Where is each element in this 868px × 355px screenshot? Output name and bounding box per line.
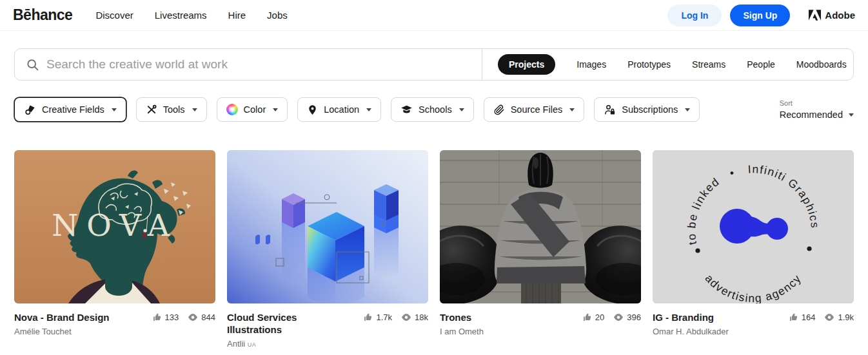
views-icon [824, 313, 834, 321]
tab-images[interactable]: Images [577, 59, 606, 70]
paperclip-icon [493, 104, 505, 115]
tab-projects[interactable]: Projects [498, 54, 555, 75]
chevron-down-icon [685, 108, 690, 111]
filter-color[interactable]: Color [217, 97, 288, 122]
subscription-lock-icon [604, 104, 616, 116]
filter-label: Source Files [511, 104, 563, 115]
project-title[interactable]: Trones [440, 312, 471, 324]
behance-logo[interactable]: Bēhance [13, 6, 72, 24]
tab-prototypes[interactable]: Prototypes [627, 59, 671, 70]
adobe-label: Adobe [825, 10, 855, 21]
adobe-link[interactable]: Adobe [809, 10, 855, 21]
filter-subscriptions[interactable]: Subscriptions [594, 97, 700, 122]
views-icon [188, 313, 198, 321]
project-card: to be linked • Infiniti Graphics adverti… [653, 150, 854, 349]
filter-label: Schools [419, 104, 452, 115]
project-title[interactable]: IG - Branding [653, 312, 714, 324]
project-card: NOVA Nova - Brand Design 133 844 Amélie … [14, 150, 215, 349]
top-navbar: Bēhance Discover Livestreams Hire Jobs L… [0, 0, 868, 31]
project-author[interactable]: I am Ometh [440, 327, 641, 336]
project-thumbnail-ig[interactable]: to be linked • Infiniti Graphics adverti… [653, 150, 854, 303]
project-stats: 20 396 [582, 312, 641, 322]
project-thumbnail-trones[interactable] [440, 150, 641, 303]
view-count: 1.9k [838, 312, 854, 322]
filter-source-files[interactable]: Source Files [484, 97, 585, 122]
chevron-down-icon [569, 108, 575, 111]
like-icon [363, 312, 373, 322]
sort-dropdown[interactable]: Recommended [780, 110, 854, 120]
tab-people[interactable]: People [747, 59, 775, 70]
chevron-down-icon [366, 108, 371, 111]
project-stats: 1.7k 18k [363, 312, 428, 322]
tab-moodboards[interactable]: Moodboards [796, 59, 847, 70]
like-icon [582, 312, 592, 322]
sort-control: Sort Recommended [780, 99, 854, 120]
sort-label: Sort [780, 99, 854, 107]
project-grid: NOVA Nova - Brand Design 133 844 Amélie … [14, 150, 854, 349]
tools-icon [146, 104, 157, 115]
project-title[interactable]: Nova - Brand Design [14, 312, 110, 324]
sort-selected-value: Recommended [780, 110, 843, 120]
like-count: 20 [595, 312, 604, 322]
project-author[interactable]: Amélie Touchet [14, 327, 215, 336]
nav-jobs[interactable]: Jobs [267, 10, 288, 21]
color-wheel-icon [226, 104, 238, 115]
project-card: Trones 20 396 I am Ometh [440, 150, 641, 349]
filter-label: Location [324, 104, 359, 115]
filter-tools[interactable]: Tools [136, 97, 207, 122]
nova-title-text: NOVA [52, 207, 178, 243]
chevron-down-icon [192, 108, 197, 111]
filter-label: Subscriptions [622, 104, 678, 115]
chevron-down-icon [112, 108, 117, 111]
filter-toolbar: Creative Fields Tools Color Location Sch… [14, 97, 854, 122]
nav-livestreams[interactable]: Livestreams [155, 10, 207, 21]
adobe-logo-icon [809, 10, 821, 21]
like-count: 164 [802, 312, 816, 322]
project-thumbnail-cloud[interactable] [227, 150, 428, 303]
signup-button[interactable]: Sign Up [730, 5, 790, 26]
filter-location[interactable]: Location [297, 97, 381, 122]
view-count: 844 [201, 312, 215, 322]
main-nav: Discover Livestreams Hire Jobs [95, 10, 287, 21]
creative-fields-icon [24, 104, 36, 116]
view-count: 396 [627, 312, 641, 322]
search-icon [26, 58, 39, 72]
project-stats: 164 1.9k [789, 312, 854, 322]
location-pin-icon [307, 104, 318, 115]
like-count: 1.7k [376, 312, 392, 322]
filter-label: Creative Fields [42, 104, 104, 115]
like-icon [152, 312, 162, 322]
views-icon [613, 313, 624, 321]
tab-streams[interactable]: Streams [692, 59, 725, 70]
author-name: Antlii [227, 339, 245, 349]
graduation-cap-icon [400, 104, 413, 116]
chevron-down-icon [273, 108, 278, 111]
search-input[interactable] [46, 57, 482, 72]
like-icon [789, 312, 798, 322]
views-icon [401, 313, 411, 321]
search-field [15, 49, 482, 80]
search-bar-container: Projects Images Prototypes Streams Peopl… [14, 48, 854, 81]
author-country-badge: UA [248, 341, 257, 348]
like-count: 133 [165, 312, 179, 322]
chevron-down-icon [459, 108, 464, 111]
filter-label: Color [244, 104, 266, 115]
project-stats: 133 844 [152, 312, 215, 322]
project-title[interactable]: Cloud Services Illustrations [227, 312, 350, 336]
filter-label: Tools [163, 104, 185, 115]
nav-hire[interactable]: Hire [228, 10, 246, 21]
header-actions: Log In Sign Up Adobe [667, 5, 855, 26]
filter-schools[interactable]: Schools [391, 97, 474, 122]
filter-creative-fields[interactable]: Creative Fields [14, 97, 126, 122]
chevron-down-icon [849, 113, 854, 117]
project-thumbnail-nova[interactable]: NOVA [14, 150, 215, 303]
project-author[interactable]: Antlii UA [227, 339, 428, 349]
project-author[interactable]: Omar H. Abdulkader [653, 327, 854, 336]
search-category-tabs: Projects Images Prototypes Streams Peopl… [482, 49, 862, 80]
view-count: 18k [415, 312, 428, 322]
nav-discover[interactable]: Discover [95, 10, 133, 21]
project-card: Cloud Services Illustrations 1.7k 18k An… [227, 150, 428, 349]
login-button[interactable]: Log In [667, 5, 722, 26]
